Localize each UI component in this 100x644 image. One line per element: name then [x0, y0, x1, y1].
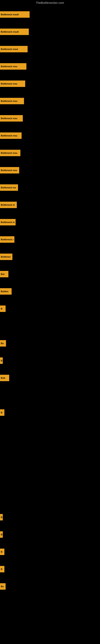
bottleneck-result-label: Bot	[1, 273, 4, 275]
bottleneck-result-label: Bottleneck res	[1, 186, 16, 189]
bottleneck-result-bar: Bottleneck resu	[0, 132, 22, 139]
bottleneck-result-bar: Bottlen	[0, 288, 12, 295]
bottleneck-result-bar: Bottleneck resu	[0, 115, 23, 122]
bottleneck-result-bar: Bottleneck resul	[0, 46, 28, 52]
bottleneck-result-label: Bottleneck r	[1, 238, 14, 241]
bottleneck-result-bar: Bottleneck re	[0, 219, 16, 226]
bottleneck-result-label: Bottleneck resu	[1, 65, 17, 68]
bottleneck-result-bar: Bottleneck ress	[0, 167, 19, 174]
bottleneck-result-label: B	[1, 308, 2, 310]
bottleneck-result-bar: B	[0, 409, 4, 416]
bottleneck-result-label: Bottleneck resu	[1, 82, 17, 85]
bottleneck-result-label: Bottlenec	[1, 256, 11, 258]
site-title: TheBottlenecker.com	[0, 0, 100, 5]
bottleneck-result-label: B	[1, 550, 2, 553]
bottleneck-result-bar: Bottleneck re	[0, 202, 17, 208]
bottleneck-result-bar: Bottleneck res	[0, 184, 18, 191]
bottleneck-result-label: Bottleneck result	[1, 13, 19, 16]
bottleneck-result-bar: Bo	[0, 583, 6, 590]
bottleneck-result-label: Bo	[1, 585, 4, 588]
bottleneck-result-label: Bottleneck resu	[1, 152, 17, 154]
bottleneck-result-bar: Bottleneck r	[0, 236, 14, 243]
bottleneck-result-label: Bottleneck re	[1, 221, 15, 224]
bottleneck-result-label: Bottleneck resul	[1, 48, 18, 50]
bottleneck-result-bar: Bottleneck resu	[0, 98, 24, 104]
bottleneck-result-bar: Bot	[0, 271, 8, 277]
bottleneck-result-label: B	[1, 533, 2, 536]
bottleneck-result-label: Bottleneck resu	[1, 117, 17, 120]
bottleneck-result-bar: B	[0, 566, 4, 572]
bottleneck-result-bar: B	[0, 306, 6, 312]
bottleneck-result-bar: B	[0, 531, 3, 538]
bottleneck-result-bar: B	[0, 548, 4, 555]
bottleneck-result-label: Bottleneck result	[1, 30, 19, 33]
bottleneck-result-bar: Bottleneck resu	[0, 80, 25, 87]
bottleneck-result-label: B	[1, 516, 2, 518]
bottleneck-result-label: Bottleneck resu	[1, 100, 17, 102]
bottleneck-result-label: Bottleneck resu	[1, 134, 17, 137]
bottleneck-result-bar: B	[0, 358, 3, 364]
bottleneck-result-bar: B	[0, 514, 3, 520]
bottleneck-result-bar: Bottleneck resu	[0, 63, 26, 70]
bottleneck-result-bar: Bott	[0, 375, 9, 381]
bottleneck-result-label: B	[1, 360, 2, 362]
bottleneck-result-label: B	[1, 411, 2, 414]
bottleneck-result-label: Bottlen	[1, 290, 8, 292]
bottleneck-result-bar: Bottleneck resu	[0, 150, 20, 156]
bottleneck-result-label: Bottleneck ress	[1, 169, 17, 172]
bottleneck-result-bar: Bottleneck result	[0, 28, 29, 35]
bottleneck-result-label: Bottleneck re	[1, 204, 15, 206]
bottleneck-result-bar: Bottlenec	[0, 254, 12, 260]
bottleneck-result-bar: Bo	[0, 340, 6, 346]
bottleneck-result-label: Bott	[1, 377, 5, 379]
bottleneck-result-bar: Bottleneck result	[0, 11, 30, 18]
bottleneck-result-label: B	[1, 568, 2, 570]
bottleneck-result-label: Bo	[1, 342, 4, 344]
